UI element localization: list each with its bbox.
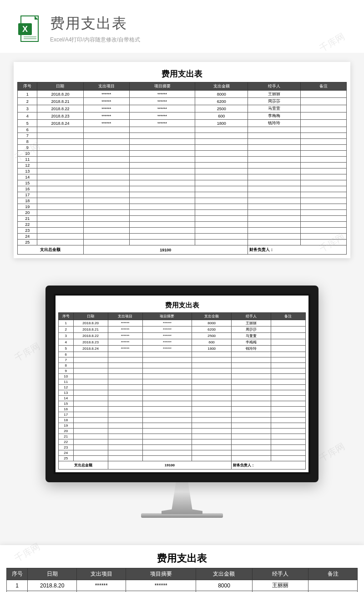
cell-seq: 7 [18, 133, 37, 139]
cell-empty [248, 210, 301, 216]
table-header-row: 序号日期支出项目项目摘要支出金额经手人备注 [59, 313, 306, 320]
cell-seq: 22 [18, 222, 37, 228]
table-row: 52018.8.24************1800钱玲玲 [59, 346, 306, 352]
cell-empty [300, 192, 346, 198]
column-header: 项目摘要 [129, 82, 195, 91]
cell-empty [37, 168, 83, 174]
column-header: 日期 [37, 82, 83, 91]
cell-empty [271, 418, 305, 423]
cell-empty [37, 139, 83, 145]
table-row: 23 [59, 445, 306, 450]
cell-amount: 600 [192, 339, 232, 346]
cell-empty [192, 379, 232, 385]
cell-seq: 16 [18, 186, 37, 192]
cell-empty [108, 390, 142, 396]
cell-empty [271, 434, 305, 439]
cell-empty [248, 174, 301, 180]
cell-empty [108, 429, 142, 434]
cell-empty [142, 390, 192, 396]
cell-empty [83, 234, 129, 240]
cell-empty [83, 168, 129, 174]
cell-empty [129, 216, 195, 222]
cell-empty [142, 352, 192, 357]
cell-empty [142, 429, 192, 434]
cell-empty [192, 385, 232, 390]
cell-empty [37, 210, 83, 216]
table-row: 21 [18, 216, 347, 222]
cell-empty [73, 418, 108, 423]
cell-empty [195, 157, 248, 163]
cell-seq: 14 [59, 396, 74, 401]
cell-empty [271, 357, 305, 363]
cell-empty [37, 204, 83, 210]
cell-empty [300, 145, 346, 151]
cell-empty [142, 434, 192, 439]
table-row: 21 [59, 434, 306, 439]
column-header: 日期 [73, 313, 108, 320]
table-row: 32018.8.22************2500马萱萱 [18, 105, 347, 112]
cell-empty [232, 396, 271, 401]
table-row: 42018.8.23************600李梅梅 [18, 112, 347, 120]
table-row: 13 [18, 168, 347, 174]
cell-empty [300, 174, 346, 180]
cell-empty [37, 192, 83, 198]
column-header: 支出金额 [196, 568, 252, 580]
table-row: 20 [59, 429, 306, 434]
cell-empty [37, 151, 83, 157]
cell-amount: 8000 [196, 580, 252, 591]
cell-empty [248, 198, 301, 204]
cell-remark [271, 346, 305, 352]
cell-empty [37, 234, 83, 240]
cell-empty [300, 240, 346, 245]
cell-empty [83, 133, 129, 139]
cell-empty [232, 439, 271, 445]
cell-empty [73, 412, 108, 418]
cell-empty [129, 127, 195, 133]
cell-empty [300, 139, 346, 145]
cell-empty [73, 456, 108, 461]
table-row: 6 [18, 127, 347, 133]
sheet-preview-cropped: 费用支出表 序号日期支出项目项目摘要支出金额经手人备注 12018.8.20**… [0, 545, 364, 592]
cell-empty [195, 180, 248, 186]
expense-table: 序号日期支出项目项目摘要支出金额经手人备注 12018.8.20********… [17, 82, 347, 255]
cell-empty [108, 412, 142, 418]
cell-seq: 8 [18, 139, 37, 145]
column-header: 支出金额 [195, 82, 248, 91]
cell-empty [142, 363, 192, 368]
cell-seq: 20 [59, 429, 74, 434]
cell-amount: 2500 [192, 333, 232, 339]
cell-empty [129, 139, 195, 145]
column-header: 项目摘要 [126, 568, 196, 580]
cell-empty [142, 357, 192, 363]
table-row: 16 [18, 186, 347, 192]
cell-empty [271, 450, 305, 456]
table-row: 32018.8.22************2500马萱萱 [59, 333, 306, 339]
cell-summary: ****** [142, 320, 192, 327]
cell-empty [142, 379, 192, 385]
cell-empty [142, 407, 192, 412]
cell-seq: 3 [18, 105, 37, 112]
table-row: 25 [18, 240, 347, 245]
table-row: 10 [59, 374, 306, 379]
cell-empty [108, 423, 142, 429]
cell-empty [248, 186, 301, 192]
cell-empty [300, 186, 346, 192]
cell-remark [271, 327, 305, 333]
cell-empty [108, 396, 142, 401]
cell-empty [83, 198, 129, 204]
cell-empty [195, 204, 248, 210]
cell-seq: 6 [59, 352, 74, 357]
cell-amount: 2500 [195, 105, 248, 112]
cell-remark [300, 105, 346, 112]
cell-empty [271, 379, 305, 385]
cell-handler: 王丽丽 [232, 320, 271, 327]
cell-empty [300, 180, 346, 186]
cell-empty [232, 434, 271, 439]
cell-empty [195, 222, 248, 228]
sheet-title: 费用支出表 [17, 66, 347, 82]
page-subtitle: Excel/A4打印/内容随意修改/自带格式 [50, 36, 140, 44]
cell-seq: 2 [59, 327, 74, 333]
cell-empty [271, 412, 305, 418]
expense-table: 序号日期支出项目项目摘要支出金额经手人备注 12018.8.20********… [58, 312, 306, 470]
cell-empty [192, 363, 232, 368]
